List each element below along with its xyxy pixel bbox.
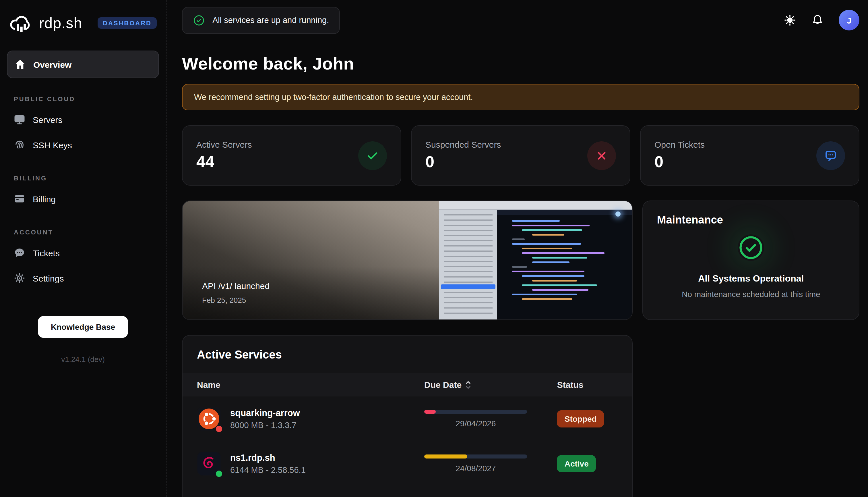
monitor-icon [14, 114, 25, 125]
due-date: 24/08/2027 [424, 464, 527, 473]
user-avatar[interactable]: J [839, 10, 859, 30]
column-header-due-date[interactable]: Due Date [424, 380, 542, 389]
debian-icon [197, 452, 221, 476]
logo[interactable]: rdp.sh DASHBOARD [7, 8, 159, 38]
sidebar-item-ssh-keys[interactable]: SSH Keys [7, 132, 159, 157]
server-status-dot [216, 426, 222, 432]
sidebar-item-overview[interactable]: Overview [7, 51, 159, 78]
status-badge: Stopped [557, 410, 604, 427]
maintenance-status: All Systems Operational [698, 273, 804, 284]
logo-text: rdp.sh [39, 14, 83, 32]
section-label-account: ACCOUNT [14, 229, 152, 236]
stat-card-active-servers: Active Servers 44 [182, 125, 401, 186]
knowledge-base-button[interactable]: Knowledge Base [38, 316, 128, 338]
stat-label: Active Servers [196, 140, 252, 150]
sidebar-item-label: Overview [33, 59, 72, 69]
sun-icon [784, 14, 796, 26]
service-name: squarking-arrow [230, 408, 300, 418]
announcement-date: Feb 25, 2025 [202, 296, 269, 304]
due-date: 29/04/2026 [424, 419, 527, 428]
ubuntu-icon [197, 407, 221, 431]
due-progress-fill [424, 454, 468, 458]
app-version: v1.24.1 (dev) [7, 355, 159, 364]
stat-card-suspended-servers: Suspended Servers 0 [411, 125, 630, 186]
stat-label: Open Tickets [654, 140, 705, 150]
notifications-button[interactable] [811, 14, 824, 26]
sidebar-item-tickets[interactable]: Tickets [7, 240, 159, 266]
sidebar-item-label: Settings [33, 273, 64, 283]
service-row[interactable]: ns1.rdp.sh 6144 MB - 2.58.56.1 24/08/202… [182, 441, 632, 486]
sidebar-item-servers[interactable]: Servers [7, 107, 159, 132]
fingerprint-icon [14, 139, 25, 151]
main-content: All services are up and running. J Welco… [166, 0, 868, 497]
stats-row: Active Servers 44 Suspended Servers 0 [182, 125, 859, 186]
bell-icon [811, 14, 824, 26]
theme-toggle-button[interactable] [784, 14, 796, 26]
sidebar-item-billing[interactable]: Billing [7, 186, 159, 211]
editor-code [497, 210, 632, 320]
sidebar-item-label: Tickets [33, 248, 60, 258]
active-services-title: Active Services [182, 348, 632, 373]
editor-tabbar [439, 201, 632, 210]
active-services-card: Active Services Name Due Date Status [182, 335, 633, 497]
due-progress-bar [424, 454, 527, 458]
code-editor-screenshot [439, 201, 632, 320]
chat-bubble-icon [14, 247, 25, 258]
cloud-logo-icon [8, 12, 33, 34]
stat-value: 0 [425, 153, 501, 171]
ticket-chat-icon [816, 141, 845, 170]
column-header-status: Status [542, 380, 618, 389]
sidebar-item-label: SSH Keys [33, 140, 72, 150]
credit-card-icon [14, 193, 25, 204]
stat-value: 0 [654, 153, 705, 171]
section-label-public-cloud: PUBLIC CLOUD [14, 95, 152, 102]
home-icon [14, 59, 26, 70]
server-status-dot [216, 471, 222, 477]
check-circle-icon [738, 235, 764, 261]
two-factor-warning-banner: We recommend setting up two-factor authe… [182, 84, 859, 110]
maintenance-title: Maintenance [657, 214, 845, 226]
section-label-billing: BILLING [14, 175, 152, 182]
stat-label: Suspended Servers [425, 140, 501, 150]
due-progress-fill [424, 410, 436, 414]
service-name: ns1.rdp.sh [230, 453, 306, 463]
service-row[interactable]: squarking-arrow 8000 MB - 1.3.3.7 29/04/… [182, 396, 632, 441]
status-message: All services are up and running. [212, 15, 329, 25]
stat-card-open-tickets: Open Tickets 0 [640, 125, 859, 186]
page-title: Welcome back, John [182, 54, 859, 73]
sidebar-item-settings[interactable]: Settings [7, 266, 159, 291]
system-status-pill: All services are up and running. [182, 6, 340, 33]
empty-column [643, 335, 859, 497]
service-details: 6144 MB - 2.58.56.1 [230, 465, 306, 474]
sidebar: rdp.sh DASHBOARD Overview PUBLIC CLOUD S… [0, 0, 166, 497]
due-progress-bar [424, 410, 527, 414]
status-badge: Active [557, 455, 596, 472]
topbar: All services are up and running. J [182, 0, 859, 40]
table-header: Name Due Date Status [182, 373, 632, 396]
announcement-title: API /v1/ launched [202, 281, 269, 291]
column-header-name: Name [197, 380, 424, 389]
maintenance-card: Maintenance All Systems Operational No m… [643, 200, 859, 320]
stat-value: 44 [196, 153, 252, 171]
announcement-card[interactable]: API /v1/ launched Feb 25, 2025 [182, 200, 633, 320]
x-icon [587, 141, 616, 170]
editor-filetree [439, 210, 497, 320]
sort-icon [465, 380, 471, 389]
check-icon [358, 141, 387, 170]
service-details: 8000 MB - 1.3.3.7 [230, 421, 300, 430]
maintenance-detail: No maintenance scheduled at this time [682, 289, 820, 299]
gear-icon [14, 272, 25, 284]
sidebar-item-label: Billing [33, 194, 56, 204]
dashboard-badge: DASHBOARD [98, 17, 157, 29]
check-circle-icon [193, 14, 205, 26]
sidebar-item-label: Servers [33, 115, 62, 124]
sidebar-nav: Overview PUBLIC CLOUD Servers SSH Keys B… [7, 51, 159, 291]
